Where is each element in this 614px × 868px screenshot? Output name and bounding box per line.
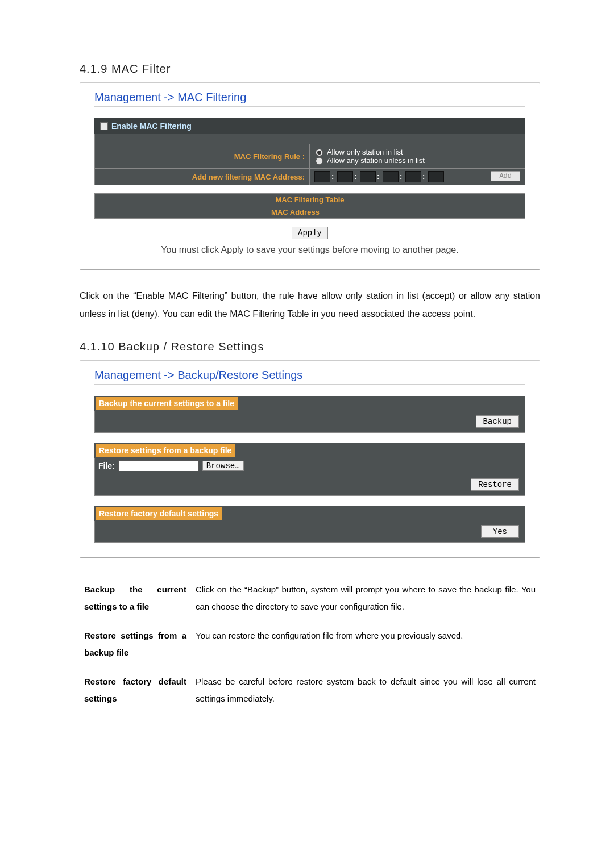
radio-allow-only-label: Allow only station in list bbox=[327, 148, 403, 156]
mac-octet-1[interactable] bbox=[314, 171, 330, 182]
factory-action-row: Yes bbox=[94, 521, 525, 543]
add-mac-row: Add new filtering MAC Address: : : : : :… bbox=[94, 169, 525, 185]
restore-file-header-bar: Restore settings from a backup file bbox=[94, 443, 525, 458]
mac-octet-4[interactable] bbox=[383, 171, 399, 182]
backup-button[interactable]: Backup bbox=[476, 415, 519, 428]
file-label: File: bbox=[98, 461, 115, 470]
mac-filtering-rule-row: MAC Filtering Rule : Allow only station … bbox=[94, 144, 525, 169]
radio-allow-any[interactable] bbox=[316, 157, 323, 165]
rule-allow-only-option[interactable]: Allow only station in list bbox=[316, 148, 519, 156]
mac-filter-paragraph: Click on the “Enable MAC Filtering” butt… bbox=[80, 287, 540, 323]
radio-allow-any-label: Allow any station unless in list bbox=[327, 156, 425, 165]
file-input[interactable] bbox=[118, 460, 199, 471]
section-heading-backup-restore: 4.1.10 Backup / Restore Settings bbox=[80, 340, 540, 353]
desc-key-factory: Restore factory default settings bbox=[80, 667, 191, 713]
backup-header-bar: Backup the current settings to a file bbox=[94, 396, 525, 411]
mac-filter-screenshot: Management -> MAC Filtering Enable MAC F… bbox=[80, 82, 540, 270]
radio-allow-only[interactable] bbox=[316, 149, 323, 156]
mac-octet-5[interactable] bbox=[405, 171, 421, 182]
mac-filtering-table: MAC Filtering Table MAC Address bbox=[94, 193, 525, 219]
enable-mac-filtering-label: Enable MAC Filtering bbox=[111, 122, 192, 131]
backup-restore-description-table: Backup the current settings to a file Cl… bbox=[80, 575, 540, 713]
mac-filtering-table-header: MAC Filtering Table bbox=[94, 193, 525, 206]
page-title-backup-restore: Management -> Backup/Restore Settings bbox=[94, 366, 525, 385]
restore-file-header-label: Restore settings from a backup file bbox=[96, 444, 235, 457]
mac-filtering-table-empty-col bbox=[496, 206, 525, 218]
add-mac-label: Add new filtering MAC Address: bbox=[95, 169, 310, 185]
factory-yes-button[interactable]: Yes bbox=[481, 525, 519, 538]
enable-mac-filtering-row[interactable]: Enable MAC Filtering bbox=[94, 118, 525, 134]
mac-filtering-rule-label: MAC Filtering Rule : bbox=[95, 144, 310, 168]
backup-header-label: Backup the current settings to a file bbox=[96, 397, 238, 410]
table-row: Backup the current settings to a file Cl… bbox=[80, 575, 540, 621]
mac-filtering-table-column: MAC Address bbox=[95, 206, 496, 218]
factory-header-label: Restore factory default settings bbox=[96, 507, 222, 520]
browse-button[interactable]: Browse… bbox=[202, 461, 244, 471]
table-row: Restore settings from a backup file You … bbox=[80, 621, 540, 667]
page-title-mac-filtering: Management -> MAC Filtering bbox=[94, 89, 525, 107]
rule-allow-any-option[interactable]: Allow any station unless in list bbox=[316, 156, 519, 165]
restore-button[interactable]: Restore bbox=[471, 478, 519, 491]
table-row: Restore factory default settings Please … bbox=[80, 667, 540, 713]
desc-key-backup: Backup the current settings to a file bbox=[80, 575, 191, 621]
desc-key-restore: Restore settings from a backup file bbox=[80, 621, 191, 667]
backup-restore-screenshot: Management -> Backup/Restore Settings Ba… bbox=[80, 360, 540, 558]
mac-octet-3[interactable] bbox=[360, 171, 376, 182]
restore-action-row: Restore bbox=[94, 474, 525, 496]
mac-octet-6[interactable] bbox=[428, 171, 444, 182]
factory-header-bar: Restore factory default settings bbox=[94, 506, 525, 521]
mac-octet-2[interactable] bbox=[337, 171, 353, 182]
enable-mac-filtering-checkbox[interactable] bbox=[100, 122, 108, 130]
apply-note: You must click Apply to save your settin… bbox=[94, 245, 525, 255]
desc-val-factory: Please be careful before restore system … bbox=[191, 667, 540, 713]
desc-val-backup: Click on the “Backup” button, system wil… bbox=[191, 575, 540, 621]
desc-val-restore: You can restore the configuration file f… bbox=[191, 621, 540, 667]
backup-action-row: Backup bbox=[94, 411, 525, 433]
section-heading-mac-filter: 4.1.9 MAC Filter bbox=[80, 62, 540, 76]
apply-button[interactable]: Apply bbox=[292, 227, 328, 239]
add-mac-button[interactable]: Add bbox=[491, 171, 520, 181]
restore-file-row: File: Browse… bbox=[94, 458, 525, 474]
